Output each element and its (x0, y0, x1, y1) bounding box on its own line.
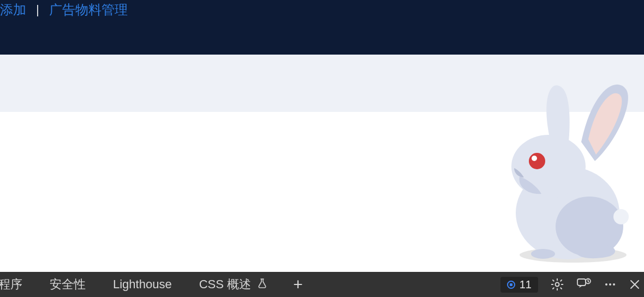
svg-point-11 (605, 283, 607, 286)
nav-separator: | (36, 3, 39, 17)
svg-point-13 (613, 283, 615, 286)
settings-icon[interactable] (550, 277, 564, 292)
add-tab-icon[interactable]: + (293, 275, 303, 294)
issues-button[interactable]: 11 (500, 277, 538, 293)
nav-link-ad-material[interactable]: 广告物料管理 (49, 1, 128, 19)
devtools-tab-application[interactable]: 程序 (0, 276, 22, 293)
more-icon[interactable] (604, 278, 617, 291)
issues-icon (507, 281, 515, 289)
flask-icon (258, 277, 267, 292)
svg-point-8 (556, 283, 559, 287)
devtools-tab-lighthouse[interactable]: Lighthouse (113, 277, 172, 292)
issues-count: 11 (520, 278, 532, 291)
devtools-tab-css-overview[interactable]: CSS 概述 (199, 276, 267, 293)
devtools-tab-css-overview-label: CSS 概述 (199, 277, 251, 291)
devtools-toolbar: 程序 安全性 Lighthouse CSS 概述 + 11 (0, 272, 644, 297)
feedback-icon[interactable] (576, 277, 592, 292)
svg-point-12 (609, 283, 611, 286)
svg-rect-9 (577, 279, 586, 286)
nav-link-add[interactable]: 添加 (0, 1, 26, 19)
devtools-tab-security[interactable]: 安全性 (50, 276, 86, 293)
page-content-area (0, 112, 644, 272)
page-header-band (0, 55, 644, 112)
top-navigation-bar: 添加 | 广告物料管理 (0, 0, 644, 55)
close-icon[interactable] (629, 278, 641, 290)
